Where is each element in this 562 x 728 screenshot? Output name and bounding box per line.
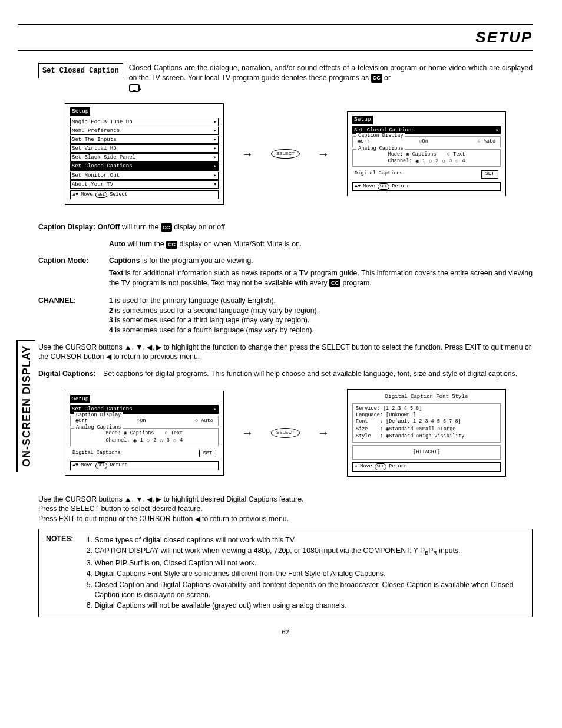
cursor-instructions-2c: Press EXIT to quit menu or the CURSOR bu… (38, 514, 533, 524)
caption-display-line: Caption Display: On/Off will turn the CC… (38, 222, 533, 232)
caption-mode-text-row: Text is for additional information such … (38, 268, 533, 288)
intro-or: or (384, 74, 391, 82)
header-rule-top (18, 24, 533, 25)
osd-font-style: Digital Caption Font Style Service: [1 2… (347, 389, 506, 476)
notes-list: Some types of digital closed captions wi… (94, 534, 525, 612)
intro-text-1: Closed Captions are the dialogue, narrat… (129, 64, 533, 82)
osd1-item: Menu Preference▸ (70, 127, 219, 135)
arrow-right-icon: → (318, 425, 329, 441)
osd-row-1: Setup Magic Focus Tune Up▸ Menu Preferen… (38, 103, 533, 205)
side-tab: ON-SCREEN DISPLAY (16, 340, 35, 472)
page-number: 62 (38, 628, 533, 637)
arrow-right-icon: → (242, 146, 253, 162)
osd1-footer: ▲▼Move SELSelect (70, 190, 219, 199)
side-tab-label: ON-SCREEN DISPLAY (16, 340, 35, 472)
osd2-set-btn: SET (481, 170, 498, 178)
note-3: When PIP Surf is on, Closed Caption will… (94, 558, 525, 568)
note-6: Digital Captions will not be available (… (94, 601, 525, 611)
cc-icon: CC (329, 279, 340, 287)
cursor-instructions-1: Use the CURSOR buttons ▲, ▼, ◀, ▶ to hig… (38, 342, 533, 362)
note-5: Closed Caption and Digital Captions avai… (94, 580, 525, 599)
select-remote-button: SELECT (271, 149, 300, 159)
digital-captions-p: Digital Captions: Set captions for digit… (38, 369, 533, 379)
set-closed-caption-label: Set Closed Caption (38, 63, 123, 78)
osd-closed-captions-2: Setup Set Closed Captions▸ Caption Displ… (65, 391, 224, 476)
channel-label: CHANNEL: (38, 296, 109, 335)
auto-line: Auto will turn the CC display on when Mu… (109, 239, 533, 249)
speech-bubble-icon (129, 84, 140, 92)
osd2-analog-label: Analog Captions (356, 146, 405, 152)
cc-icon: CC (166, 241, 177, 249)
notes-box: NOTES: Some types of digital closed capt… (38, 529, 533, 617)
osd3-title: Setup (70, 395, 91, 404)
osd-setup-menu: Setup Magic Focus Tune Up▸ Menu Preferen… (65, 103, 224, 205)
osd-row-2: Setup Set Closed Captions▸ Caption Displ… (38, 389, 533, 476)
note-4: Digital Captions Font Style are sometime… (94, 569, 525, 579)
osd1-item: Set Virtual HD▸ (70, 144, 219, 153)
note-1: Some types of digital closed captions wi… (94, 535, 525, 545)
arrow-right-icon: → (318, 146, 329, 162)
channel-section: CHANNEL: 1 is used for the primary langu… (38, 296, 533, 335)
osd4-preview: [HITACHI] (352, 445, 501, 460)
osd2-footer: ▲▼Move SELReturn (352, 182, 501, 191)
osd1-item: Set The Inputs▸ (70, 136, 219, 144)
osd4-title: Digital Caption Font Style (352, 393, 501, 400)
caption-mode-label: Caption Mode: (38, 256, 109, 266)
cc-icon: CC (161, 223, 172, 232)
notes-label: NOTES: (46, 534, 73, 612)
osd2-analog-group: Analog Captions Mode: ◉ Captions○ Text C… (352, 149, 501, 167)
osd-closed-captions: Setup Set Closed Captions▸ Caption Displ… (347, 111, 506, 196)
osd1-item-highlighted: Set Closed Captions▸ (70, 162, 219, 170)
note-2: CAPTION DISPLAY will not work when viewi… (94, 546, 525, 557)
osd2-capdisp-label: Caption Display (356, 133, 405, 139)
intro-period: . (140, 83, 141, 91)
arrow-right-icon: → (242, 425, 253, 441)
select-remote-button: SELECT (271, 428, 300, 438)
intro-paragraph: Closed Captions are the dialogue, narrat… (129, 63, 533, 93)
cursor-instructions-2b: Press the SELECT button to select desire… (38, 504, 533, 514)
cursor-instructions-2a: Use the CURSOR buttons ▲, ▼, ◀, ▶ to hig… (38, 495, 533, 505)
osd2-digital: Digital Captions (355, 170, 403, 178)
header-rule-bottom (18, 50, 533, 51)
osd2-title: Setup (352, 116, 373, 124)
osd1-item: Set Black Side Panel▸ (70, 153, 219, 162)
caption-mode-row: Caption Mode: Captions is for the progra… (38, 256, 533, 266)
osd1-title: Setup (70, 107, 91, 116)
cc-icon: CC (371, 74, 382, 82)
digital-captions-label: Digital Captions: (38, 369, 103, 379)
page-title: SETUP (18, 27, 533, 48)
osd1-item: Magic Focus Tune Up▸ (70, 118, 219, 126)
osd1-item: About Your TV▾ (70, 180, 219, 189)
osd1-item: Set Monitor Out▸ (70, 172, 219, 180)
digital-captions-body: Set captions for digital programs. This … (103, 369, 533, 379)
